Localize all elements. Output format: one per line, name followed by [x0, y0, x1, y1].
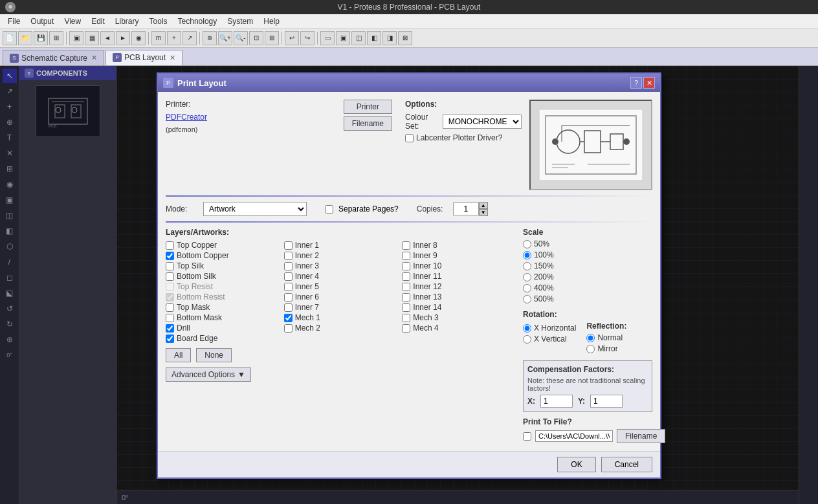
reflection-mirror-radio[interactable] — [586, 345, 595, 353]
labcenter-checkbox[interactable] — [405, 134, 414, 142]
toolbar-btn-n[interactable]: ◨ — [382, 31, 397, 45]
menu-system[interactable]: System — [222, 16, 258, 27]
rotation-h-radio[interactable] — [523, 324, 531, 333]
filename-btn[interactable]: Filename — [344, 116, 392, 131]
layer-inner11-cb[interactable] — [402, 272, 410, 281]
layer-inner13-cb[interactable] — [402, 293, 410, 301]
toolbar-zoom-out[interactable]: 🔍- — [234, 31, 248, 45]
toolbar-btn-o[interactable]: ⊠ — [398, 31, 412, 45]
colour-select[interactable]: MONOCHROME — [443, 115, 522, 129]
menu-output[interactable]: Output — [25, 16, 59, 27]
schematic-tab-close[interactable]: ✕ — [91, 54, 97, 62]
layer-inner4-cb[interactable] — [284, 272, 293, 281]
menu-tools[interactable]: Tools — [144, 16, 173, 27]
pcb-tab-close[interactable]: ✕ — [170, 54, 175, 62]
copies-up[interactable]: ▲ — [479, 202, 488, 209]
toolbar-save-all[interactable]: ⊞ — [49, 31, 63, 45]
toolbar-zoom-sel[interactable]: ⊞ — [265, 31, 279, 45]
comp-y-input[interactable] — [590, 395, 623, 408]
printer-name[interactable]: PDFCreator — [166, 113, 207, 122]
toolbar-btn-f[interactable]: m — [151, 31, 166, 45]
layer-mech4-cb[interactable] — [402, 324, 410, 333]
scale-200: 200% — [523, 272, 652, 281]
menu-file[interactable]: File — [3, 16, 25, 27]
toolbar-btn-l[interactable]: ◫ — [351, 31, 366, 45]
layer-inner10-cb[interactable] — [402, 262, 410, 270]
dialog-help-btn[interactable]: ? — [630, 77, 642, 89]
toolbar-new[interactable]: 📄 — [3, 31, 17, 45]
layer-bottom-silk-cb[interactable] — [166, 272, 174, 281]
tab-schematic[interactable]: S Schematic Capture ✕ — [3, 50, 104, 65]
layer-inner2-lbl: Inner 2 — [295, 251, 319, 260]
layer-top-copper-cb[interactable] — [166, 241, 174, 250]
cancel-btn[interactable]: Cancel — [601, 457, 652, 472]
layer-board-edge-cb[interactable] — [166, 334, 174, 343]
copies-input[interactable] — [453, 203, 479, 215]
scale-200-radio[interactable] — [523, 273, 531, 281]
comp-x-input[interactable] — [540, 395, 573, 408]
toolbar-btn-b[interactable]: ▦ — [85, 31, 99, 45]
menu-view[interactable]: View — [59, 16, 86, 27]
reflection-normal-radio[interactable] — [586, 334, 595, 342]
layer-inner6-cb[interactable] — [284, 293, 293, 301]
tab-pcb[interactable]: P PCB Layout ✕ — [105, 50, 182, 65]
layer-bottom-mask-cb[interactable] — [166, 314, 174, 322]
menu-help[interactable]: Help — [258, 16, 285, 27]
print-to-file-checkbox[interactable] — [523, 432, 531, 441]
dialog-close-btn[interactable]: ✕ — [643, 77, 655, 89]
toolbar-undo[interactable]: ↩ — [285, 31, 299, 45]
layer-mech3-cb[interactable] — [402, 314, 410, 322]
menu-edit[interactable]: Edit — [86, 16, 110, 27]
print-file-path-input[interactable] — [535, 430, 613, 442]
toolbar-btn-c[interactable]: ◄ — [100, 31, 115, 45]
layer-top-silk-cb[interactable] — [166, 262, 174, 270]
toolbar-btn-h[interactable]: ↗ — [182, 31, 197, 45]
toolbar-btn-k[interactable]: ▣ — [336, 31, 350, 45]
scale-400-radio[interactable] — [523, 284, 531, 292]
printer-btn[interactable]: Printer — [344, 100, 392, 114]
advanced-options-btn[interactable]: Advanced Options ▼ — [166, 367, 251, 382]
toolbar-btn-g[interactable]: + — [167, 31, 181, 45]
layer-mech2-cb[interactable] — [284, 324, 293, 333]
toolbar-btn-j[interactable]: ▭ — [320, 31, 335, 45]
all-btn[interactable]: All — [166, 348, 191, 362]
scale-50-radio[interactable] — [523, 240, 531, 248]
toolbar-btn-m[interactable]: ◧ — [367, 31, 381, 45]
copies-down[interactable]: ▼ — [479, 209, 488, 216]
toolbar-open[interactable]: 📁 — [18, 31, 32, 45]
layer-inner5-cb[interactable] — [284, 283, 293, 291]
title-bar: ● V1 - Proteus 8 Professional - PCB Layo… — [0, 0, 818, 14]
layer-bottom-copper-cb[interactable] — [166, 252, 174, 260]
layer-inner7-cb[interactable] — [284, 303, 293, 312]
toolbar-zoom-in[interactable]: 🔍+ — [218, 31, 232, 45]
layer-inner8-cb[interactable] — [402, 241, 410, 250]
scale-100-radio[interactable] — [523, 251, 531, 259]
none-btn[interactable]: None — [196, 348, 232, 362]
toolbar-btn-e[interactable]: ◉ — [131, 31, 146, 45]
print-filename-btn[interactable]: Filename — [617, 429, 665, 443]
layer-mech1-cb[interactable] — [284, 314, 293, 322]
layer-inner14-cb[interactable] — [402, 303, 410, 312]
layer-inner2-cb[interactable] — [284, 252, 293, 260]
toolbar-zoom-fit[interactable]: ⊡ — [249, 31, 263, 45]
toolbar-redo[interactable]: ↪ — [300, 31, 315, 45]
toolbar-btn-a[interactable]: ▣ — [69, 31, 83, 45]
toolbar-btn-i[interactable]: ⊕ — [203, 31, 217, 45]
layer-inner12-cb[interactable] — [402, 283, 410, 291]
rotation-v-radio[interactable] — [523, 335, 531, 344]
layer-drill: Drill — [166, 323, 279, 333]
toolbar-btn-d[interactable]: ► — [116, 31, 130, 45]
menu-technology[interactable]: Technology — [173, 16, 223, 27]
scale-500-radio[interactable] — [523, 295, 531, 303]
layer-drill-cb[interactable] — [166, 324, 174, 333]
layer-inner3-cb[interactable] — [284, 262, 293, 270]
ok-btn[interactable]: OK — [557, 457, 595, 472]
layer-inner1-cb[interactable] — [284, 241, 293, 250]
mode-select[interactable]: Artwork — [203, 202, 307, 216]
toolbar-save[interactable]: 💾 — [34, 31, 48, 45]
menu-library[interactable]: Library — [110, 16, 144, 27]
layer-inner9-cb[interactable] — [402, 252, 410, 260]
scale-150-radio[interactable] — [523, 262, 531, 270]
layer-top-mask-cb[interactable] — [166, 303, 174, 312]
sep-pages-checkbox[interactable] — [325, 205, 333, 214]
